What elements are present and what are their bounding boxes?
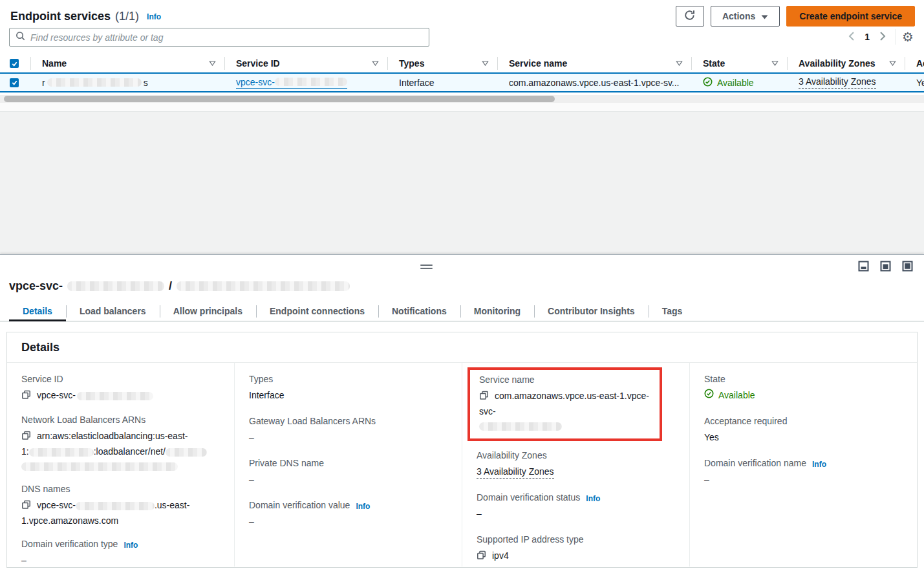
tab-details[interactable]: Details (9, 301, 66, 321)
tab-contributor-insights[interactable]: Contributor Insights (534, 301, 649, 321)
check-circle-icon (703, 77, 713, 89)
cell-service-id: vpce-svc- (225, 74, 388, 91)
selected-resource-title: vpce-svc- / (9, 279, 350, 293)
cell-service-name: com.amazonaws.vpce.us-east-1.vpce-sv... (498, 74, 692, 91)
column-header-availability-zones[interactable]: Availability Zones (788, 54, 905, 72)
column-header-acceptance-required[interactable]: Acceptance required (905, 54, 924, 72)
tab-tags[interactable]: Tags (649, 301, 696, 321)
table-card-bottom (0, 103, 924, 112)
copy-icon[interactable] (21, 430, 31, 444)
page-title: Endpoint services (10, 10, 111, 23)
availability-zones-popover-link[interactable]: 3 Availability Zones (477, 466, 554, 479)
pagination-divider (895, 29, 896, 45)
field-service-name: Service name com.amazonaws.vpce.us-east-… (479, 374, 654, 433)
chevron-left-icon (848, 32, 854, 43)
info-link[interactable]: Info (812, 460, 826, 469)
redacted-text (177, 281, 350, 291)
tab-endpoint-connections[interactable]: Endpoint connections (256, 301, 378, 321)
select-all-checkbox[interactable] (10, 59, 19, 68)
field-private-dns-name: Private DNS name – (249, 458, 450, 486)
scrollbar-thumb[interactable] (4, 96, 555, 102)
copy-icon[interactable] (477, 550, 486, 564)
column-header-service-name[interactable]: Service name (498, 54, 692, 72)
field-domain-verification-status: Domain verification status Info – (477, 492, 678, 521)
sort-icon[interactable] (676, 61, 683, 66)
details-column-3: Service name com.amazonaws.vpce.us-east-… (462, 363, 689, 567)
copy-icon[interactable] (21, 389, 31, 404)
field-acceptance-required: Acceptance required Yes (704, 416, 905, 444)
info-link[interactable]: Info (124, 541, 138, 550)
horizontal-scrollbar[interactable] (0, 95, 924, 103)
sort-icon[interactable] (889, 61, 896, 66)
column-header-state[interactable]: State (692, 54, 788, 72)
refresh-icon (684, 10, 695, 23)
cell-name: r s (31, 74, 225, 91)
field-supported-ip-type: Supported IP address type ipv4 (477, 534, 678, 564)
column-header-service-id[interactable]: Service ID (225, 54, 388, 72)
search-input[interactable]: Find resources by attribute or tag (9, 28, 429, 47)
field-gateway-lb-arns: Gateway Load Balancers ARNs – (249, 416, 450, 444)
column-header-name[interactable]: Name (31, 54, 225, 72)
redacted-text (21, 462, 178, 471)
split-panel-drag-handle-icon[interactable] (420, 265, 433, 269)
sort-icon[interactable] (482, 61, 489, 66)
info-link[interactable]: Info (356, 502, 370, 511)
row-select-cell (0, 74, 31, 91)
redacted-text (275, 78, 347, 86)
copy-icon[interactable] (21, 499, 31, 514)
split-panel: vpce-svc- / Details Load balancers Allow… (0, 254, 924, 573)
details-card-heading: Details (7, 332, 917, 363)
redacted-text (47, 78, 142, 87)
details-card: Details Service ID vpce-svc- Network Loa… (6, 332, 918, 568)
pagination: 1 ⚙ (844, 29, 914, 45)
status-badge: Available (703, 77, 754, 89)
header-info-link[interactable]: Info (147, 12, 161, 21)
previous-page-button[interactable] (844, 32, 858, 43)
status-badge: Available (704, 388, 755, 402)
redacted-text (67, 281, 164, 291)
cell-types: Interface (388, 74, 498, 91)
search-placeholder: Find resources by attribute or tag (30, 32, 163, 43)
sort-icon[interactable] (209, 61, 216, 66)
sort-icon[interactable] (372, 61, 379, 66)
create-endpoint-service-button[interactable]: Create endpoint service (786, 6, 915, 27)
availability-zones-popover-link[interactable]: 3 Availability Zones (799, 76, 876, 89)
tab-notifications[interactable]: Notifications (378, 301, 460, 321)
copy-icon[interactable] (479, 390, 489, 404)
service-name-highlight-box: Service name com.amazonaws.vpce.us-east-… (467, 367, 662, 441)
service-id-link[interactable]: vpce-svc- (236, 77, 347, 89)
info-link[interactable]: Info (586, 494, 600, 503)
tab-allow-principals[interactable]: Allow principals (160, 301, 256, 321)
endpoint-services-table: Name Service ID Types Service name State… (0, 54, 924, 92)
settings-gear-icon[interactable]: ⚙ (902, 30, 914, 43)
column-header-types[interactable]: Types (388, 54, 498, 72)
table-row[interactable]: r s vpce-svc- Interface com.amazonaws.vp… (0, 72, 924, 92)
field-domain-verification-name: Domain verification name Info – (704, 458, 905, 486)
panel-position-half-icon[interactable] (880, 261, 891, 272)
details-column-2: Types Interface Gateway Load Balancers A… (234, 363, 462, 567)
check-circle-icon (704, 388, 714, 402)
tab-load-balancers[interactable]: Load balancers (66, 301, 160, 321)
field-state: State Available (704, 374, 905, 402)
resource-count: (1/1) (115, 10, 139, 23)
chevron-right-icon (880, 32, 886, 43)
current-page-button[interactable]: 1 (858, 32, 876, 42)
cell-availability-zones: 3 Availability Zones (788, 74, 905, 91)
actions-button[interactable]: Actions (711, 6, 780, 27)
redacted-text (77, 392, 153, 400)
field-domain-verification-value: Domain verification value Info – (249, 500, 450, 528)
next-page-button[interactable] (876, 32, 890, 43)
tab-monitoring[interactable]: Monitoring (460, 301, 534, 321)
row-checkbox[interactable] (10, 78, 19, 87)
endpoint-services-page: Endpoint services (1/1) Info Actions Cre… (0, 0, 924, 573)
sort-icon[interactable] (771, 61, 779, 66)
panel-position-full-icon[interactable] (902, 261, 913, 272)
actions-button-label: Actions (722, 11, 755, 21)
search-icon (16, 31, 25, 43)
cell-acceptance-required: Yes (905, 74, 924, 91)
details-column-4: State Available Acceptance required (689, 363, 917, 567)
panel-position-bottom-icon[interactable] (858, 261, 869, 272)
redacted-text (166, 448, 207, 457)
refresh-button[interactable] (676, 6, 704, 27)
details-card-body: Service ID vpce-svc- Network Load Balanc… (7, 363, 917, 567)
